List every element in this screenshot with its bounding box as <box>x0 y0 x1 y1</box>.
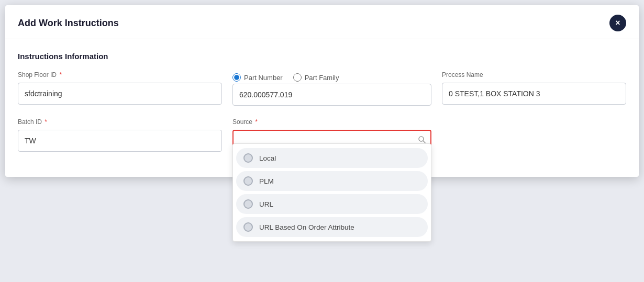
required-indicator-batch: * <box>43 118 47 126</box>
part-family-label: Part Family <box>305 74 339 82</box>
batch-id-group: Batch ID * <box>18 118 222 152</box>
shop-floor-id-label: Shop Floor ID * <box>18 71 222 78</box>
process-name-input[interactable] <box>442 83 626 105</box>
part-number-radio-label[interactable]: Part Number <box>232 73 283 82</box>
radio-dot-plm <box>243 176 253 186</box>
part-family-radio[interactable] <box>293 73 302 82</box>
source-label: Source * <box>232 118 431 126</box>
source-group: Source * Local <box>232 118 431 152</box>
shop-floor-id-input[interactable] <box>18 83 222 105</box>
process-name-group: Process Name <box>442 71 626 105</box>
radio-dot-url <box>243 199 253 209</box>
section-title: Instructions Information <box>18 52 626 61</box>
dropdown-option-url-order-attr-label: URL Based On Order Attribute <box>259 223 354 231</box>
form-row-1: Shop Floor ID * Part Number Part Family <box>18 71 626 106</box>
modal-body: Instructions Information Shop Floor ID *… <box>5 39 639 177</box>
dropdown-option-local[interactable]: Local <box>236 148 428 168</box>
dropdown-option-url-label: URL <box>259 200 273 208</box>
add-work-instructions-modal: Add Work Instructions × Instructions Inf… <box>5 5 639 177</box>
modal-header: Add Work Instructions × <box>5 5 639 39</box>
part-radio-group: Part Number Part Family <box>232 71 431 82</box>
batch-id-label: Batch ID * <box>18 118 222 126</box>
batch-id-input[interactable] <box>18 130 222 152</box>
source-dropdown: Local PLM URL URL Based On Order Attribu… <box>232 143 431 242</box>
part-selector-group: Part Number Part Family <box>232 71 431 106</box>
part-number-input[interactable] <box>232 84 431 106</box>
radio-dot-url-order-attr <box>243 222 253 232</box>
part-number-radio[interactable] <box>232 73 241 82</box>
required-indicator-source: * <box>253 118 258 126</box>
radio-dot-local <box>243 153 253 163</box>
modal-title: Add Work Instructions <box>18 18 119 29</box>
dropdown-option-plm-label: PLM <box>259 177 274 185</box>
part-family-radio-label[interactable]: Part Family <box>293 73 339 82</box>
required-indicator: * <box>58 71 62 78</box>
shop-floor-id-group: Shop Floor ID * <box>18 71 222 105</box>
form-row-2: Batch ID * Source * <box>18 118 626 152</box>
process-name-label: Process Name <box>442 71 626 78</box>
dropdown-option-plm[interactable]: PLM <box>236 171 428 191</box>
dropdown-option-url-order-attr[interactable]: URL Based On Order Attribute <box>236 217 428 237</box>
part-number-label: Part Number <box>244 74 283 82</box>
dropdown-option-local-label: Local <box>259 154 276 162</box>
close-button[interactable]: × <box>609 15 626 31</box>
dropdown-option-url[interactable]: URL <box>236 194 428 214</box>
